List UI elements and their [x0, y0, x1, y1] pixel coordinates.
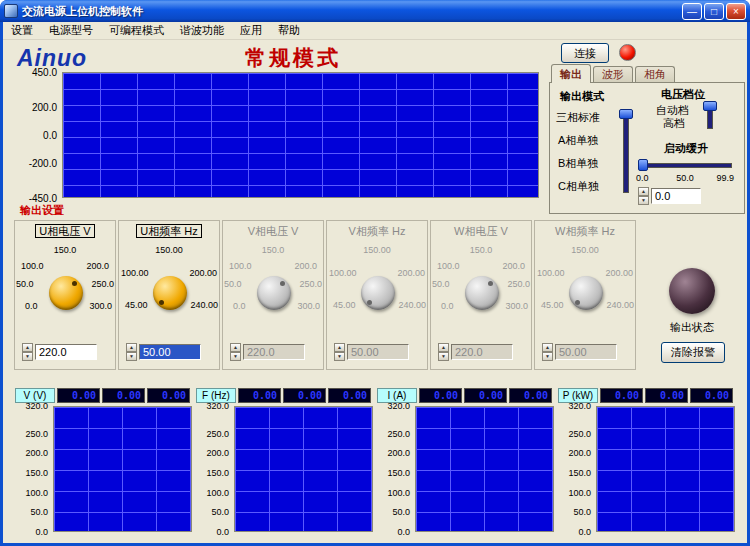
y-tick: 100.0 [25, 488, 48, 498]
spinner-up-icon[interactable]: ▲ [126, 343, 137, 352]
dial-tick: 50.0 [224, 279, 242, 289]
slider-track [623, 109, 629, 193]
menu-power-model[interactable]: 电源型号 [41, 22, 101, 39]
mode-title: 常规模式 [173, 44, 413, 72]
spinner-up-icon: ▲ [334, 343, 345, 352]
value-spinner: ▲ ▼ [542, 343, 553, 360]
y-tick: 50.0 [30, 507, 48, 517]
chart-plot-area [53, 406, 192, 532]
knob-title: V相电压 V [223, 224, 323, 239]
menu-help[interactable]: 帮助 [270, 22, 308, 39]
u-frequency-value-input[interactable]: 50.00 [139, 344, 201, 360]
knob-title: U相频率 Hz [119, 224, 219, 239]
measure-display: 0.00 [102, 388, 145, 403]
w-voltage-knob [465, 276, 499, 310]
main-chart-y-axis: 450.0 200.0 0.0 -200.0 -450.0 [17, 72, 60, 198]
y-tick: 250.0 [568, 429, 591, 439]
y-tick: 320.0 [206, 401, 229, 411]
option-phase-b-only: B相单独 [558, 156, 598, 171]
spinner-up-icon: ▲ [542, 343, 553, 352]
slider-handle[interactable] [703, 101, 717, 111]
output-status-indicator [669, 268, 715, 314]
y-tick: 250.0 [206, 429, 229, 439]
u-voltage-value-input[interactable]: 220.0 [35, 344, 97, 360]
dial-tick: 100.00 [537, 268, 565, 278]
ramp-value-input[interactable]: 0.0 [651, 188, 701, 204]
value-spinner[interactable]: ▲ ▼ [22, 343, 33, 360]
y-tick: 320.0 [25, 401, 48, 411]
phase-u-chart: 320.0 250.0 200.0 150.0 100.0 50.0 0.0 [15, 404, 193, 538]
close-button[interactable]: × [726, 3, 746, 20]
measure-display: 0.00 [419, 388, 462, 403]
spinner-down-icon[interactable]: ▼ [638, 196, 649, 205]
u-voltage-knob[interactable] [49, 276, 83, 310]
measure-display: 0.00 [57, 388, 100, 403]
knob-title: U相电压 V [15, 224, 115, 239]
w-frequency-value-input: 50.00 [555, 344, 617, 360]
spinner-up-icon: ▲ [438, 343, 449, 352]
y-tick: 150.0 [25, 468, 48, 478]
y-tick: 100.0 [568, 488, 591, 498]
y-tick: 0.0 [397, 527, 410, 537]
output-mode-slider[interactable] [618, 109, 634, 193]
menu-harmonic-function[interactable]: 谐波功能 [172, 22, 232, 39]
ramp-value-spinner[interactable]: ▲ ▼ [638, 187, 649, 204]
option-three-phase-standard: 三相标准 [556, 110, 600, 125]
spinner-down-icon[interactable]: ▼ [22, 352, 33, 361]
menu-settings[interactable]: 设置 [3, 22, 41, 39]
spinner-up-icon: ▲ [230, 343, 241, 352]
menu-bar: 设置 电源型号 可编程模式 谐波功能 应用 帮助 [3, 22, 747, 40]
value-spinner[interactable]: ▲ ▼ [126, 343, 137, 360]
y-tick: 150.0 [206, 468, 229, 478]
u-frequency-knob[interactable] [153, 276, 187, 310]
y-tick: 50.0 [392, 507, 410, 517]
measure-display: 0.00 [600, 388, 643, 403]
title-bar[interactable]: 交流电源上位机控制软件 — □ × [0, 0, 750, 22]
spinner-down-icon: ▼ [334, 352, 345, 361]
tab-phase-angle[interactable]: 相角 [635, 66, 675, 82]
dial-tick: 250.0 [91, 279, 114, 289]
knob-title: W相电压 V [431, 224, 531, 239]
spinner-down-icon[interactable]: ▼ [126, 352, 137, 361]
measure-display: 0.00 [690, 388, 733, 403]
output-settings-label: 输出设置 [20, 203, 64, 218]
maximize-button[interactable]: □ [704, 3, 724, 20]
w-voltage-value-input: 220.0 [451, 344, 513, 360]
tab-waveform[interactable]: 波形 [593, 66, 633, 82]
slider-handle[interactable] [619, 109, 633, 119]
voltage-range-slider[interactable] [702, 101, 718, 129]
dial-tick: 300.0 [89, 301, 112, 311]
ramp-tick: 99.9 [716, 173, 734, 183]
dial-tick: 240.00 [398, 300, 426, 310]
chart-plot-area [234, 406, 373, 532]
dial-tick: 0.0 [441, 301, 454, 311]
spinner-up-icon[interactable]: ▲ [638, 187, 649, 196]
menu-programmable-mode[interactable]: 可编程模式 [101, 22, 172, 39]
clear-alarm-button[interactable]: 清除报警 [661, 342, 725, 363]
ramp-label: 启动缓升 [664, 141, 708, 156]
app-window: 交流电源上位机控制软件 — □ × 设置 电源型号 可编程模式 谐波功能 应用 … [0, 0, 750, 546]
spinner-down-icon: ▼ [542, 352, 553, 361]
y-tick: 0.0 [35, 527, 48, 537]
menu-application[interactable]: 应用 [232, 22, 270, 39]
tab-output[interactable]: 输出 [551, 64, 591, 83]
knob-group-w-frequency: W相频率 Hz 150.00 100.00 200.00 45.00 240.0… [534, 220, 636, 370]
measure-display: 0.00 [645, 388, 688, 403]
slider-handle[interactable] [638, 159, 648, 171]
y-tick: 250.0 [25, 429, 48, 439]
ramp-slider[interactable] [638, 159, 732, 171]
tab-panel-output: 输出模式 三相标准 A相单独 B相单独 C相单独 电压档位 自动档 高档 启动缓… [549, 82, 745, 214]
dial-tick: 45.00 [125, 300, 148, 310]
main-chart-plot-area [62, 72, 539, 198]
y-tick: 320.0 [387, 401, 410, 411]
spinner-down-icon: ▼ [438, 352, 449, 361]
dial-tick: 150.0 [223, 245, 323, 255]
knob-title: V相频率 Hz [327, 224, 427, 239]
spinner-up-icon[interactable]: ▲ [22, 343, 33, 352]
measure-display: 0.00 [328, 388, 371, 403]
dial-tick: 150.00 [327, 245, 427, 255]
measure-display: 0.00 [238, 388, 281, 403]
connect-button[interactable]: 连接 [561, 43, 609, 63]
v-voltage-knob [257, 276, 291, 310]
minimize-button[interactable]: — [682, 3, 702, 20]
